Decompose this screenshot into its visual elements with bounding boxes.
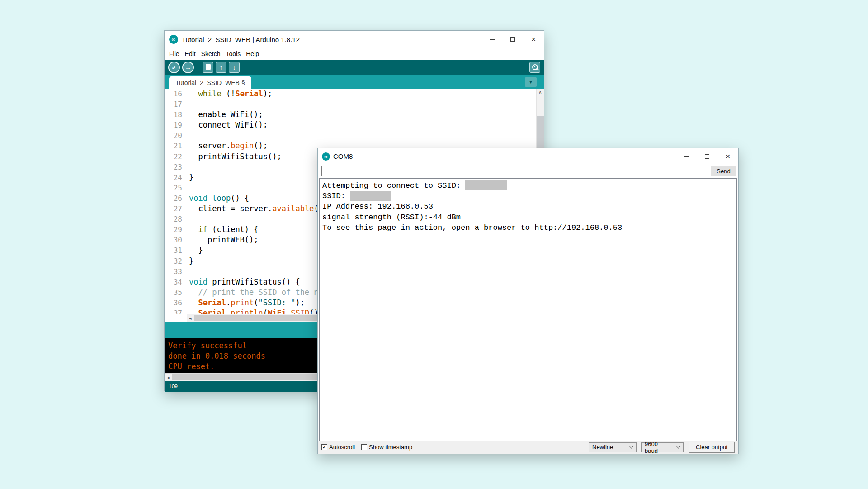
redacted-text	[350, 191, 391, 201]
serial-output-line: SSID:	[322, 191, 734, 201]
scroll-left-icon[interactable]: ◂	[165, 374, 172, 381]
menu-edit[interactable]: Edit	[182, 50, 198, 57]
serial-bottom-bar: ✔ Autoscroll Show timestamp Newline 9600…	[318, 441, 738, 454]
magnifier-icon	[534, 66, 535, 67]
line-number: 26	[165, 193, 186, 204]
send-button[interactable]: Send	[711, 166, 736, 176]
cursor-line-indicator: 109	[169, 383, 178, 389]
code-line: 19 connect_WiFi();	[165, 120, 544, 130]
menu-tools[interactable]: Tools	[223, 50, 244, 57]
arduino-logo-icon: ∞	[169, 35, 178, 44]
right-arrow-icon: →	[185, 64, 191, 71]
serial-monitor-button[interactable]	[529, 62, 540, 73]
show-timestamp-checkbox[interactable]: Show timestamp	[361, 444, 412, 451]
ide-minimize-button[interactable]	[481, 31, 502, 48]
code-line: 18 enable_WiFi();	[165, 109, 544, 120]
serial-output-area[interactable]: Attempting to connect to SSID: SSID: IP …	[319, 178, 737, 442]
code-line: 16 while (!Serial);	[165, 89, 544, 99]
serial-monitor-window: ∞ COM8 ✕ Send Attempting to connect to S…	[317, 148, 739, 454]
arduino-logo-icon: ∞	[322, 152, 330, 161]
line-number: 33	[165, 266, 186, 277]
autoscroll-checkbox[interactable]: ✔ Autoscroll	[321, 444, 355, 451]
ide-close-button[interactable]: ✕	[523, 31, 544, 48]
ide-window-title: Tutorial_2_SSID_WEB | Arduino 1.8.12	[182, 36, 300, 43]
ide-tabstrip: Tutorial_2_SSID_WEB § ▼	[165, 75, 544, 89]
menu-sketch[interactable]: Sketch	[198, 50, 223, 57]
line-number: 17	[165, 99, 186, 109]
tab-list-dropdown-button[interactable]: ▼	[525, 77, 537, 87]
line-number: 29	[165, 224, 186, 235]
line-number: 31	[165, 245, 186, 256]
line-number: 18	[165, 109, 186, 120]
line-number: 34	[165, 277, 186, 287]
checkbox-checked-icon: ✔	[321, 444, 327, 450]
code-line: 20	[165, 130, 544, 141]
serial-output-line: IP Address: 192.168.0.53	[322, 201, 734, 212]
ide-maximize-button[interactable]	[502, 31, 523, 48]
up-arrow-icon: ↑	[220, 64, 223, 71]
line-number: 27	[165, 204, 186, 214]
chevron-down-icon: ▼	[529, 80, 533, 85]
line-number: 30	[165, 235, 186, 245]
line-number: 35	[165, 287, 186, 298]
redacted-text	[465, 180, 507, 190]
maximize-icon	[705, 154, 709, 159]
line-number: 22	[165, 152, 186, 162]
serial-close-button[interactable]: ✕	[717, 148, 738, 164]
scroll-up-icon[interactable]: ∧	[537, 89, 544, 95]
checkbox-unchecked-icon	[361, 444, 367, 450]
tab-modified-indicator: §	[241, 79, 245, 86]
line-number: 19	[165, 120, 186, 130]
line-number: 23	[165, 162, 186, 172]
serial-send-row: Send	[318, 164, 738, 178]
serial-minimize-button[interactable]	[676, 148, 697, 164]
scroll-left-icon[interactable]: ◂	[187, 314, 194, 322]
chevron-down-icon	[629, 444, 634, 449]
serial-output-line: signal strength (RSSI):-44 dBm	[322, 212, 734, 223]
serial-window-title: COM8	[333, 152, 353, 160]
line-ending-select[interactable]: Newline	[589, 442, 637, 452]
clear-output-button[interactable]: Clear output	[689, 442, 735, 453]
ide-menubar: FileEditSketchToolsHelp	[165, 48, 544, 60]
serial-output-line: To see this page in action, open a brows…	[322, 223, 734, 233]
open-button[interactable]: ↑	[216, 62, 226, 73]
line-number: 25	[165, 183, 186, 193]
serial-maximize-button[interactable]	[697, 148, 717, 164]
line-number: 37	[165, 308, 186, 314]
save-button[interactable]: ↓	[229, 62, 240, 73]
down-arrow-icon: ↓	[233, 64, 236, 71]
autoscroll-label: Autoscroll	[329, 444, 355, 451]
baud-rate-select[interactable]: 9600 baud	[641, 442, 684, 452]
chevron-down-icon	[676, 444, 681, 449]
serial-send-input[interactable]	[321, 166, 707, 176]
line-number: 21	[165, 141, 186, 151]
line-number: 32	[165, 256, 186, 266]
check-icon: ✓	[171, 64, 177, 71]
ide-titlebar[interactable]: ∞ Tutorial_2_SSID_WEB | Arduino 1.8.12 ✕	[165, 31, 544, 48]
upload-button[interactable]: →	[182, 62, 194, 73]
code-line: 17	[165, 99, 544, 109]
line-number: 20	[165, 130, 186, 141]
verify-button[interactable]: ✓	[168, 62, 180, 73]
line-number: 24	[165, 172, 186, 183]
serial-titlebar[interactable]: ∞ COM8 ✕	[318, 148, 738, 164]
serial-output-line: Attempting to connect to SSID:	[322, 180, 734, 191]
line-ending-value: Newline	[592, 444, 613, 451]
minimize-icon	[490, 39, 495, 40]
menu-file[interactable]: File	[166, 50, 182, 57]
maximize-icon	[510, 37, 515, 42]
line-number: 36	[165, 298, 186, 308]
tab-tutorial-2-ssid-web[interactable]: Tutorial_2_SSID_WEB §	[169, 76, 251, 89]
line-number: 16	[165, 89, 186, 99]
baud-rate-value: 9600 baud	[645, 441, 672, 454]
line-number: 28	[165, 214, 186, 224]
menu-help[interactable]: Help	[243, 50, 262, 57]
document-icon	[206, 64, 211, 71]
tab-label: Tutorial_2_SSID_WEB	[175, 79, 240, 86]
ide-toolbar: ✓ → ↑ ↓	[165, 60, 544, 75]
new-sketch-button[interactable]	[203, 62, 213, 73]
minimize-icon	[684, 156, 689, 157]
show-timestamp-label: Show timestamp	[369, 444, 412, 451]
